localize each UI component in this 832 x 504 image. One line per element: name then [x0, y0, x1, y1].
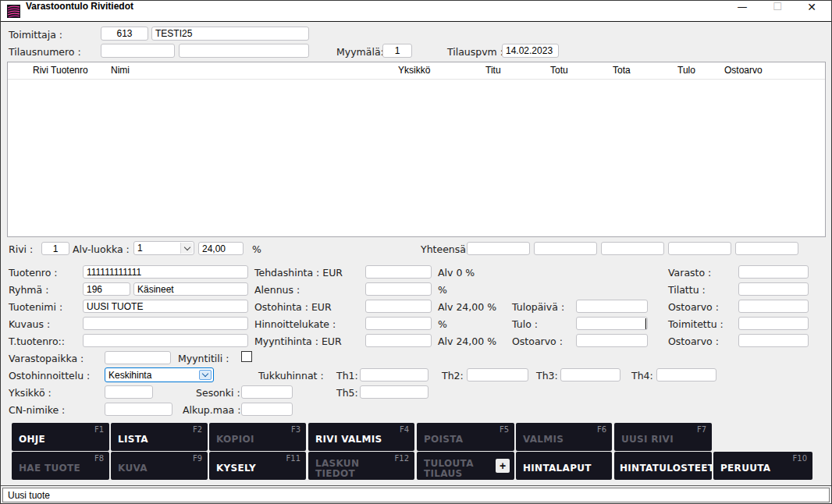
- varastopaikka-field[interactable]: [105, 351, 171, 364]
- column-header-tota: Tota: [613, 65, 631, 76]
- toimittaja-name-field[interactable]: TESTI25: [151, 27, 309, 41]
- ostohinnoittelu-dropdown[interactable]: Keskihinta: [105, 367, 214, 382]
- ryhma-code-field[interactable]: 196: [83, 282, 130, 296]
- varasto-field[interactable]: [738, 265, 809, 279]
- alv-luokka-value: 1: [137, 243, 143, 254]
- ostohinnoittelu-label: Ostohinnoittelu :: [9, 370, 90, 382]
- yhteensa-field-4[interactable]: [668, 242, 731, 255]
- yhteensa-field-2[interactable]: [534, 242, 597, 255]
- hinnoittelukate-field[interactable]: [365, 317, 432, 330]
- th5-label: Th5:: [336, 387, 358, 399]
- sesonki-field[interactable]: [241, 385, 293, 399]
- button-poista[interactable]: POISTAF5: [417, 423, 514, 451]
- myyntitili-checkbox[interactable]: [241, 351, 252, 362]
- th1-label: Th1:: [336, 370, 358, 382]
- tukkuhinnat-label: Tukkuhinnat :: [258, 370, 324, 382]
- yhteensa-field-3[interactable]: [601, 242, 664, 255]
- column-header-ostoarvo: Ostoarvo: [724, 65, 763, 76]
- button-hae-tuote[interactable]: HAE TUOTEF8: [12, 452, 109, 480]
- sesonki-label: Sesonki :: [196, 387, 240, 399]
- yhteensa-field-5[interactable]: [735, 242, 798, 255]
- t-tuotenro-field[interactable]: [83, 334, 248, 347]
- myyntihinta-field[interactable]: [365, 334, 432, 347]
- tehdashinta-field[interactable]: [365, 265, 432, 279]
- chevron-down-icon[interactable]: [199, 370, 212, 380]
- alennus-field[interactable]: [365, 282, 432, 296]
- chevron-down-icon[interactable]: [180, 243, 193, 254]
- kuvaus-label: Kuvaus :: [9, 318, 50, 330]
- alennus-label: Alennus :: [254, 284, 300, 296]
- toimittaja-label: Toimittaja :: [9, 29, 62, 41]
- button-peruuta[interactable]: PERUUTAF10: [713, 452, 812, 480]
- tilattu-field[interactable]: [738, 282, 809, 296]
- tilausnumero-field-1[interactable]: [101, 44, 175, 58]
- close-button[interactable]: ✕: [796, 1, 827, 22]
- myyntitili-label: Myyntitili :: [178, 353, 229, 364]
- th3-label: Th3:: [536, 370, 558, 382]
- maximize-button[interactable]: ☐: [762, 1, 793, 22]
- toimittaja-code-field[interactable]: 613: [101, 27, 148, 41]
- button-hintatulosteet[interactable]: HINTATULOSTEET: [614, 452, 712, 480]
- tuotenro-field[interactable]: 111111111111: [83, 265, 248, 279]
- ostoarvo-mid-field[interactable]: [576, 334, 648, 347]
- myyntihinta-alv-suffix: Alv 24,00 %: [438, 335, 496, 347]
- yksikko-field[interactable]: [105, 385, 153, 399]
- ostohinnoittelu-value: Keskihinta: [108, 370, 151, 381]
- ostohinta-field[interactable]: [365, 300, 432, 313]
- tulopaiva-label: Tulopäivä :: [512, 301, 564, 313]
- tilausnumero-field-2[interactable]: [179, 44, 309, 58]
- window-varastoontulo-rivitiedot: Varastoontulo Rivitiedot — ☐ ✕ Toimittaj…: [0, 0, 832, 504]
- tuotenimi-field[interactable]: UUSI TUOTE: [83, 300, 248, 313]
- button-ohje[interactable]: OHJEF1: [12, 423, 109, 451]
- ryhma-name-field[interactable]: Käsineet: [133, 282, 248, 296]
- tilauspvm-label: Tilauspvm :: [447, 46, 503, 58]
- th2-field[interactable]: [467, 368, 528, 382]
- yksikko-label: Yksikkö :: [9, 387, 52, 399]
- ostoarvo-right1-field[interactable]: [738, 300, 809, 313]
- th4-field[interactable]: [656, 368, 716, 382]
- title-bar: Varastoontulo Rivitiedot — ☐ ✕: [1, 1, 831, 22]
- button-tulouta-tilaus[interactable]: TULOUTA TILAUS +: [417, 452, 514, 480]
- tehdashinta-alv-suffix: Alv 0 %: [438, 267, 475, 279]
- button-hintalaput[interactable]: HINTALAPUT: [516, 452, 612, 480]
- ostohinta-label: Ostohinta : EUR: [254, 301, 332, 313]
- rivi-field[interactable]: 1: [41, 242, 69, 255]
- tuotenro-label: Tuotenro :: [9, 267, 58, 279]
- button-kysely[interactable]: KYSELYF11: [209, 452, 306, 480]
- yhteensa-field-1[interactable]: [467, 242, 530, 255]
- minimize-button[interactable]: —: [727, 1, 758, 22]
- th1-field[interactable]: [360, 368, 428, 382]
- tilausnumero-label: Tilausnumero :: [9, 46, 81, 58]
- ostoarvo-mid-label: Ostoarvo :: [512, 335, 563, 347]
- column-header-tulo: Tulo: [677, 65, 695, 76]
- th3-field[interactable]: [560, 368, 620, 382]
- button-rivi-valmis[interactable]: RIVI VALMISF4: [308, 423, 414, 451]
- button-laskun-tiedot[interactable]: LASKUN TIEDOTF12: [308, 452, 414, 480]
- th5-field[interactable]: [360, 385, 428, 399]
- kuvaus-field[interactable]: [83, 317, 248, 330]
- rows-table[interactable]: Rivi Tuotenro Nimi Yksikkö Titu Totu Tot…: [7, 62, 826, 237]
- button-valmis[interactable]: VALMISF6: [516, 423, 612, 451]
- cn-nimike-field[interactable]: [105, 403, 172, 416]
- myymala-field[interactable]: 1: [382, 44, 412, 58]
- hinnoittelukate-suffix: %: [438, 318, 447, 330]
- tulopaiva-field[interactable]: [576, 300, 648, 313]
- alkup-maa-field[interactable]: [241, 403, 293, 416]
- th2-label: Th2:: [442, 370, 464, 382]
- button-lista[interactable]: LISTAF2: [111, 423, 208, 451]
- tulo-field[interactable]: [576, 317, 648, 330]
- button-kopioi[interactable]: KOPIOIF3: [209, 423, 306, 451]
- plus-icon[interactable]: +: [496, 459, 510, 473]
- button-uusi-rivi[interactable]: UUSI RIVIF7: [614, 423, 712, 451]
- myyntihinta-label: Myyntihinta : EUR: [254, 335, 342, 347]
- button-kuva[interactable]: KUVAF9: [111, 452, 208, 480]
- tulo-label: Tulo :: [512, 318, 538, 330]
- alv-percent-field[interactable]: 24,00: [198, 242, 244, 255]
- tilauspvm-field[interactable]: 14.02.2023: [502, 44, 559, 58]
- toimitettu-field[interactable]: [738, 317, 809, 330]
- ostoarvo-right2-field[interactable]: [738, 334, 809, 347]
- ostohinta-alv-suffix: Alv 24,00 %: [438, 301, 496, 313]
- alkup-maa-label: Alkup.maa :: [183, 404, 240, 416]
- tuotenimi-label: Tuotenimi :: [9, 301, 62, 313]
- alv-luokka-dropdown[interactable]: 1: [133, 241, 194, 255]
